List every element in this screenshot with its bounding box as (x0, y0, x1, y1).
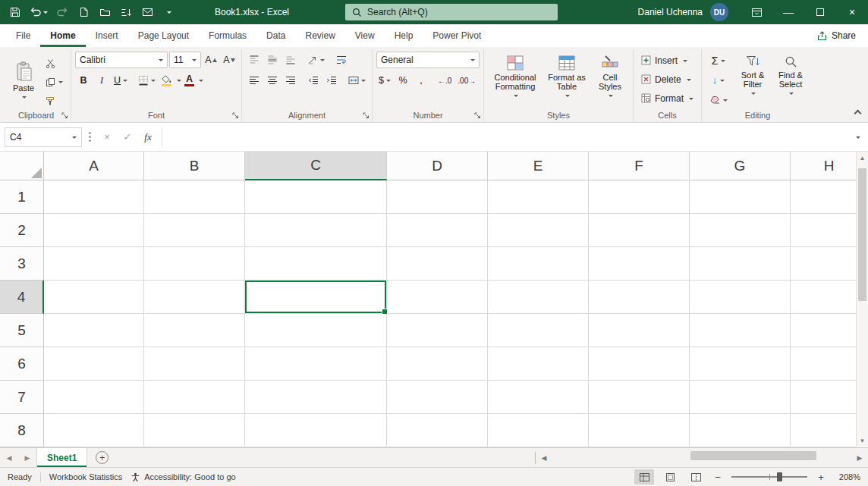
row-header-2[interactable]: 2 (0, 214, 44, 247)
cell-E1[interactable] (488, 180, 589, 214)
row-header-5[interactable]: 5 (0, 314, 44, 347)
clear-button[interactable] (706, 91, 731, 108)
tab-formulas[interactable]: Formulas (199, 24, 256, 47)
cell-G4[interactable] (690, 281, 791, 314)
cell-D7[interactable] (387, 381, 488, 414)
tab-view[interactable]: View (345, 24, 385, 47)
select-all-corner[interactable] (0, 152, 44, 180)
normal-view-button[interactable] (634, 469, 654, 484)
email-button[interactable] (138, 3, 156, 21)
cell-E5[interactable] (488, 314, 589, 347)
fill-color-button[interactable] (159, 72, 174, 89)
cell-C5[interactable] (245, 314, 387, 347)
tab-help[interactable]: Help (385, 24, 423, 47)
underline-button[interactable]: U (112, 72, 130, 89)
add-sheet-button[interactable]: + (96, 451, 108, 464)
redo-button[interactable] (53, 3, 71, 21)
cell-F7[interactable] (589, 381, 690, 414)
decrease-font-size-button[interactable]: A (221, 52, 237, 68)
cell-B1[interactable] (144, 180, 245, 214)
column-header-B[interactable]: B (144, 152, 245, 180)
cell-F5[interactable] (589, 314, 690, 347)
name-box[interactable]: C4 (5, 127, 82, 147)
row-header-4[interactable]: 4 (0, 281, 44, 314)
row-header-3[interactable]: 3 (0, 247, 44, 281)
middle-align-button[interactable] (264, 52, 281, 68)
cell-D3[interactable] (387, 247, 488, 281)
font-color-button[interactable]: A (183, 72, 196, 89)
formula-bar-expand-icon[interactable] (856, 136, 860, 141)
delete-cells-button[interactable]: Delete (637, 71, 695, 88)
cell-G8[interactable] (690, 414, 791, 447)
open-button[interactable] (96, 3, 114, 21)
autosum-button[interactable]: Σ (706, 52, 731, 69)
sort-filter-button[interactable]: Sort & Filter (734, 52, 772, 97)
percent-style-button[interactable]: % (395, 72, 411, 89)
top-align-button[interactable] (246, 52, 263, 68)
cell-G1[interactable] (690, 180, 791, 214)
cancel-button[interactable]: × (98, 127, 116, 147)
align-left-button[interactable] (246, 72, 263, 89)
cell-B4[interactable] (144, 281, 245, 314)
cell-G7[interactable] (690, 381, 791, 414)
italic-button[interactable]: I (93, 72, 110, 89)
column-header-A[interactable]: A (44, 152, 144, 180)
horizontal-scroll-track[interactable] (552, 448, 851, 467)
cell-F1[interactable] (589, 180, 690, 214)
cell-C7[interactable] (245, 381, 387, 414)
customize-qat-button[interactable] (159, 3, 178, 21)
cell-D8[interactable] (387, 414, 488, 447)
format-cells-button[interactable]: Format (637, 89, 697, 107)
minimize-button[interactable]: — (772, 0, 804, 24)
cell-G2[interactable] (690, 214, 791, 247)
zoom-slider-thumb[interactable] (777, 472, 782, 481)
fill-button[interactable]: ↓ (706, 71, 731, 89)
cell-D1[interactable] (387, 180, 488, 214)
cell-F2[interactable] (589, 214, 690, 247)
formula-bar-splitter[interactable] (89, 136, 91, 138)
bottom-align-button[interactable] (282, 52, 299, 68)
cell-A7[interactable] (44, 381, 144, 414)
cell-A8[interactable] (44, 414, 144, 447)
cell-F3[interactable] (589, 247, 690, 281)
horizontal-scrollbar[interactable]: ◀ ▶ (536, 448, 868, 467)
format-as-table-button[interactable]: Format as Table (544, 52, 590, 99)
insert-function-button[interactable]: fx (139, 127, 157, 147)
horizontal-scroll-thumb[interactable] (690, 451, 816, 460)
cell-F8[interactable] (589, 414, 690, 447)
cell-E8[interactable] (488, 414, 589, 447)
wrap-text-button[interactable] (333, 52, 350, 68)
format-painter-button[interactable] (44, 93, 67, 108)
sheet-nav-left[interactable]: ◀ (0, 448, 18, 467)
cell-A5[interactable] (44, 314, 144, 347)
cell-C6[interactable] (245, 347, 387, 381)
vertical-scroll-thumb[interactable] (858, 168, 866, 301)
row-header-6[interactable]: 6 (0, 347, 44, 381)
cell-styles-button[interactable]: Cell Styles (591, 52, 629, 99)
bold-button[interactable]: B (75, 72, 92, 89)
undo-button[interactable] (27, 3, 50, 21)
conditional-formatting-button[interactable]: Conditional Formatting (488, 52, 542, 99)
scroll-down-icon[interactable]: ▼ (860, 437, 866, 444)
enter-button[interactable]: ✓ (118, 127, 137, 147)
cell-D4[interactable] (387, 281, 488, 314)
cell-E7[interactable] (488, 381, 589, 414)
paste-button[interactable]: Paste (5, 52, 42, 109)
column-header-E[interactable]: E (488, 152, 589, 180)
search-box[interactable]: Search (Alt+Q) (345, 4, 558, 20)
cell-B7[interactable] (144, 381, 245, 414)
borders-button[interactable] (136, 72, 158, 89)
new-file-button[interactable] (74, 3, 93, 21)
row-header-7[interactable]: 7 (0, 381, 44, 414)
tab-page-layout[interactable]: Page Layout (128, 24, 199, 47)
cell-G6[interactable] (690, 347, 791, 381)
page-layout-view-button[interactable] (660, 469, 680, 484)
cell-C4[interactable] (245, 281, 387, 314)
cell-B6[interactable] (144, 347, 245, 381)
insert-cells-button[interactable]: Insert (637, 52, 691, 69)
increase-font-size-button[interactable]: A (203, 52, 219, 68)
cell-D2[interactable] (387, 214, 488, 247)
font-name-select[interactable]: Calibri (75, 52, 168, 68)
cell-B3[interactable] (144, 247, 245, 281)
save-button[interactable] (6, 3, 24, 21)
